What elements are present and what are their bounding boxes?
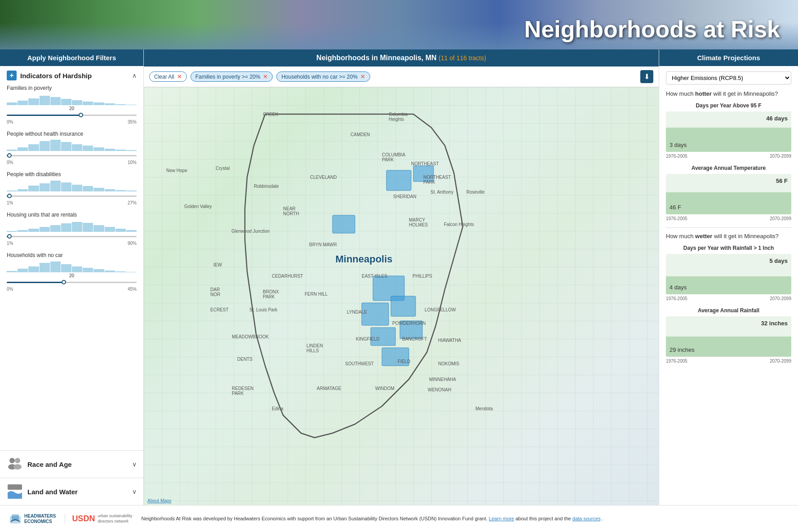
clear-all-button[interactable]: Clear All ✕ bbox=[149, 71, 187, 82]
hist-bar bbox=[28, 98, 39, 105]
right-panel-header: Climate Projections bbox=[659, 49, 798, 66]
hist-bar bbox=[72, 100, 82, 105]
hist-bar bbox=[83, 223, 93, 232]
rainfall-current: 4 days bbox=[669, 284, 687, 291]
clear-all-label: Clear All bbox=[154, 74, 174, 80]
hist-bar bbox=[61, 142, 71, 151]
race-age-icon bbox=[7, 456, 23, 472]
filter-label-poverty: Families in poverty bbox=[7, 85, 137, 91]
page-title: Neighborhoods at Risk bbox=[524, 16, 780, 43]
svg-rect-16 bbox=[12, 514, 19, 520]
filter-max: 10% bbox=[128, 160, 137, 165]
hotter-question: How much hotter will it get in Minneapol… bbox=[666, 90, 791, 98]
learn-more-link[interactable]: Learn more bbox=[489, 516, 514, 521]
divider bbox=[666, 227, 791, 228]
days-above-period2: 2070-2099 bbox=[770, 154, 791, 159]
footer-description: Neighborhoods At Risk was developed by H… bbox=[141, 515, 789, 523]
indicators-collapse-icon[interactable]: ∧ bbox=[132, 72, 137, 79]
hist-bar bbox=[28, 266, 39, 272]
days-above-future: 46 days bbox=[766, 115, 788, 122]
annual-rain-dates: 1976-2005 2070-2099 bbox=[666, 359, 791, 364]
filter-range-disabilities: 1% 27% bbox=[7, 200, 137, 205]
filter-histogram-disabilities bbox=[7, 179, 137, 191]
land-water-chevron-icon[interactable]: ∨ bbox=[132, 488, 137, 495]
land-water-section[interactable]: Land and Water ∨ bbox=[0, 478, 143, 505]
days-above-title: Days per Year Above 95 F bbox=[666, 102, 791, 109]
download-button[interactable]: ⬇ bbox=[640, 70, 653, 83]
hist-bar bbox=[50, 140, 61, 151]
hist-bar bbox=[115, 104, 126, 105]
map-area[interactable]: Minneapolis CREEK ColumbiaHeights CAMDEN… bbox=[144, 87, 659, 505]
hist-bar bbox=[40, 263, 50, 272]
header-banner: Neighborhoods at Risk bbox=[0, 0, 798, 49]
emissions-select[interactable]: Higher Emissions (RCP8.5) Lower Emission… bbox=[666, 71, 791, 84]
filter-value-no-car: 20 bbox=[7, 273, 137, 278]
clear-all-x-icon[interactable]: ✕ bbox=[177, 73, 182, 80]
annual-rain-chart: 29 inches 32 inches bbox=[666, 316, 791, 357]
hist-bar bbox=[126, 191, 137, 191]
filter-slider-poverty[interactable] bbox=[7, 111, 137, 119]
left-panel: Apply Neighborhood Filters + Indicators … bbox=[0, 49, 144, 505]
remove-filter-no-car-icon[interactable]: ✕ bbox=[360, 73, 365, 80]
filter-families-poverty: Families in poverty 20 bbox=[7, 85, 137, 124]
filter-label-no-car: Households with no car bbox=[7, 252, 137, 258]
rainfall-future: 5 days bbox=[770, 257, 788, 264]
avg-temp-dates: 1976-2005 2070-2099 bbox=[666, 216, 791, 221]
map-header: Neighborhoods in Minneapolis, MN (11 of … bbox=[144, 49, 659, 66]
slider-thumb[interactable] bbox=[79, 113, 83, 117]
hist-bar bbox=[18, 147, 28, 151]
center-panel: Neighborhoods in Minneapolis, MN (11 of … bbox=[144, 49, 659, 505]
hist-bar bbox=[28, 186, 39, 191]
hist-bar bbox=[7, 231, 17, 232]
headwaters-text: HEADWATERS ECONOMICS bbox=[24, 514, 56, 524]
race-age-chevron-icon[interactable]: ∨ bbox=[132, 461, 137, 468]
slider-thumb[interactable] bbox=[7, 234, 12, 239]
filter-max: 27% bbox=[128, 200, 137, 205]
slider-track bbox=[7, 155, 137, 156]
filter-max: 45% bbox=[128, 287, 137, 292]
about-maps-link[interactable]: About Maps bbox=[147, 498, 171, 503]
avg-temp-fill bbox=[666, 192, 791, 215]
filter-range-poverty: 0% 35% bbox=[7, 120, 137, 124]
hist-bar bbox=[7, 150, 17, 151]
hist-bar bbox=[126, 230, 137, 232]
filter-value-poverty: 20 bbox=[7, 106, 137, 111]
filter-max: 35% bbox=[128, 120, 137, 124]
filter-label-rentals: Housing units that are rentals bbox=[7, 212, 137, 218]
filter-slider-no-car[interactable] bbox=[7, 279, 137, 286]
hist-bar bbox=[28, 144, 39, 151]
data-sources-link[interactable]: data sources bbox=[572, 516, 601, 521]
hist-bar bbox=[50, 181, 61, 191]
filter-min: 1% bbox=[7, 200, 13, 205]
slider-thumb[interactable] bbox=[7, 194, 12, 198]
filter-no-insurance: People without health insurance bbox=[7, 131, 137, 165]
usdn-line1: urban sustainability bbox=[98, 514, 132, 518]
hist-bar bbox=[126, 272, 137, 272]
race-age-left: Race and Age bbox=[7, 456, 72, 472]
hist-bar bbox=[105, 270, 115, 272]
filter-slider-insurance[interactable] bbox=[7, 152, 137, 159]
race-age-section[interactable]: Race and Age ∨ bbox=[0, 450, 143, 478]
indicators-title-row: + Indicators of Hardship ∧ bbox=[7, 71, 137, 80]
filter-slider-disabilities[interactable] bbox=[7, 192, 137, 200]
hist-bar bbox=[105, 149, 115, 151]
hist-bar bbox=[72, 222, 82, 232]
active-filter-poverty[interactable]: Families in poverty >= 20% ✕ bbox=[191, 71, 273, 82]
active-filter-no-car[interactable]: Households with no car >= 20% ✕ bbox=[276, 71, 370, 82]
main-layout: Apply Neighborhood Filters + Indicators … bbox=[0, 49, 798, 505]
days-above-chart: 3 days 46 days bbox=[666, 111, 791, 152]
right-panel-body: Higher Emissions (RCP8.5) Lower Emission… bbox=[659, 66, 798, 375]
filter-max: 90% bbox=[128, 241, 137, 246]
hist-bar bbox=[18, 269, 28, 272]
slider-thumb[interactable] bbox=[7, 153, 12, 158]
headwaters-logo: HEADWATERS ECONOMICS bbox=[9, 513, 56, 525]
land-water-left: Land and Water bbox=[7, 483, 78, 500]
filter-slider-rentals[interactable] bbox=[7, 233, 137, 240]
hist-bar bbox=[18, 230, 28, 232]
slider-thumb[interactable] bbox=[62, 280, 66, 284]
remove-filter-poverty-icon[interactable]: ✕ bbox=[263, 73, 268, 80]
hist-bar bbox=[7, 191, 17, 191]
rainfall-chart: 4 days 5 days bbox=[666, 254, 791, 294]
hist-bar bbox=[61, 264, 71, 272]
filter-min: 0% bbox=[7, 160, 13, 165]
